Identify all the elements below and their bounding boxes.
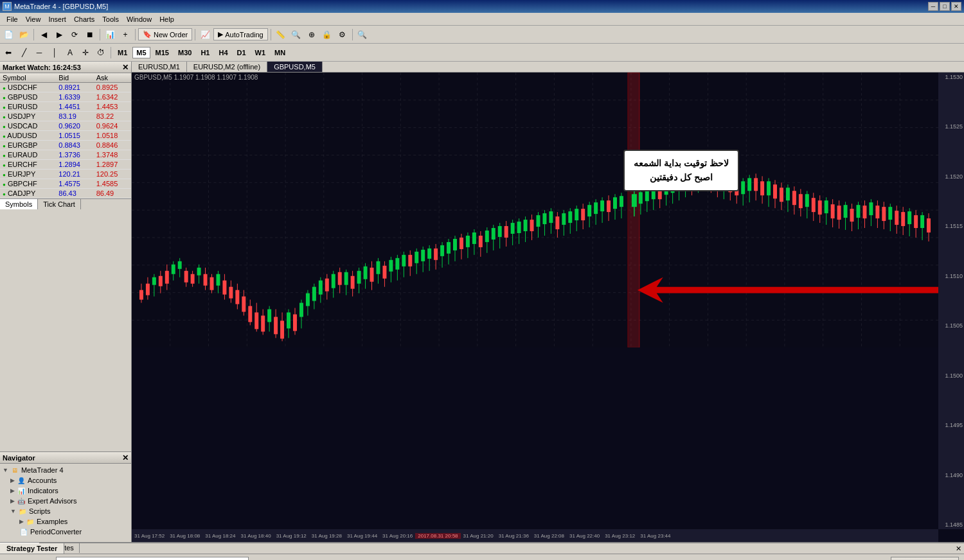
market-watch-row[interactable]: ● CADJPY 86.43 86.49 [0,189,131,198]
nav-metatrader4[interactable]: ▼ 🖥 MetaTrader 4 [1,465,130,475]
chart-btn[interactable]: 📊 [103,28,117,42]
text-tool-btn[interactable]: A [63,46,77,60]
menubar: File View Insert Charts Tools Window Hel… [0,13,964,26]
menu-insert[interactable]: Insert [44,14,70,24]
col-bid: Bid [56,73,93,83]
svg-rect-267 [895,211,898,225]
navigator-title: Navigator [3,454,35,462]
open-btn[interactable]: 📂 [17,28,31,42]
svg-rect-251 [844,205,848,218]
time-11: 31 Aug 22:08 [531,533,567,539]
close-button[interactable]: ✕ [951,2,961,11]
window-controls[interactable]: ─ □ ✕ [928,2,961,11]
period-m30[interactable]: M30 [174,47,195,58]
line-tool-btn[interactable]: ╱ [17,46,31,60]
line-btn[interactable]: 📈 [198,28,212,42]
market-watch-row[interactable]: ● EURJPY 120.21 120.25 [0,170,131,179]
time-12: 31 Aug 22:40 [567,533,602,539]
market-watch-row[interactable]: ● GBPUSD 1.6339 1.6342 [0,92,131,102]
svg-rect-275 [920,215,924,228]
nav-accounts[interactable]: ▶ 👤 Accounts [1,475,130,486]
market-watch-row[interactable]: ● AUDUSD 1.0515 1.0518 [0,131,131,141]
sep6 [352,29,353,40]
tools-btn2[interactable]: 🔍 [289,28,303,42]
strategy-tester-close[interactable]: ✕ [956,545,961,553]
refresh-btn[interactable]: ⟳ [67,28,82,42]
navigator-close[interactable]: ✕ [122,453,129,462]
ea-dropdown-container: 2 MA Crosses Mega filter EA V1.ex4 [56,557,249,560]
zoom-in-btn[interactable]: + [118,28,132,42]
autotrading-icon: ▶ [218,30,223,39]
period-m5[interactable]: M5 [132,47,150,58]
mw-symbol: ● EURJPY [0,170,56,179]
market-watch-row[interactable]: ● EURUSD 1.4451 1.4453 [0,102,131,112]
strategy-tester-tab[interactable]: Strategy Tester [0,543,64,554]
menu-tools[interactable]: Tools [98,14,123,24]
titlebar: M MetaTrader 4 - [GBPUSD,M5] ─ □ ✕ [0,0,964,13]
market-watch-row[interactable]: ● USDCAD 0.9620 0.9624 [0,121,131,131]
svg-rect-229 [773,184,777,198]
menu-view[interactable]: View [22,14,45,24]
period-w1[interactable]: W1 [251,47,270,58]
period-btn-icon[interactable]: ⏱ [94,46,108,60]
chart-tab-gbpusd-m5[interactable]: GBPUSD,M5 [267,62,323,72]
market-watch-row[interactable]: ● GBPCHF 1.4575 1.4585 [0,179,131,189]
fwd-btn[interactable]: ▶ [52,28,66,42]
mw-symbol: ● EURUSD [0,102,56,112]
tools-btn4[interactable]: 🔒 [320,28,334,42]
arrow-left-btn[interactable]: ⬅ [1,46,15,60]
market-watch-row[interactable]: ● USDCHF 0.8921 0.8925 [0,83,131,92]
tools-btn1[interactable]: 📏 [274,28,288,42]
period-h1[interactable]: H1 [197,47,213,58]
tab-symbols[interactable]: Symbols [0,198,38,209]
chart-tab-eurusd-m2[interactable]: EURUSD,M2 (offline) [187,62,267,72]
period-d1[interactable]: D1 [233,47,250,58]
market-watch-row[interactable]: ● EURGBP 0.8843 0.8846 [0,141,131,150]
back-btn[interactable]: ◀ [37,28,51,42]
search-icon[interactable]: 🔍 [355,28,370,42]
tools-btn3[interactable]: ⊕ [305,28,319,42]
nav-scripts[interactable]: ▼ 📁 Scripts [1,506,130,516]
chart-tab-eurusd-m1[interactable]: EURUSD,M1 [132,62,187,72]
nav-scripts-label: Scripts [29,507,51,515]
svg-rect-223 [754,178,758,191]
period-mn[interactable]: MN [271,47,289,58]
expert-properties-btn[interactable]: Expert properties [891,557,959,560]
svg-rect-102 [364,267,368,279]
period-m1[interactable]: M1 [114,47,131,58]
sep5 [271,29,271,40]
price-8: 1.1495 [940,422,963,428]
mw-symbol: ● GBPCHF [0,179,56,189]
menu-file[interactable]: File [3,14,22,24]
vline-tool-btn[interactable]: │ [48,46,62,60]
nav-indicators[interactable]: ▶ 📊 Indicators [1,486,130,496]
menu-window[interactable]: Window [123,14,156,24]
hline-tool-btn[interactable]: ─ [32,46,46,60]
maximize-button[interactable]: □ [940,2,950,11]
period-m15[interactable]: M15 [152,47,173,58]
market-watch-row[interactable]: ● EURCHF 1.2894 1.2897 [0,160,131,170]
period-h4[interactable]: H4 [215,47,231,58]
menu-charts[interactable]: Charts [70,14,98,24]
stop-btn[interactable]: ⏹ [83,28,97,42]
ea-dropdown[interactable]: 2 MA Crosses Mega filter EA V1.ex4 [56,557,249,560]
crosshair-btn[interactable]: ✛ [78,46,93,60]
tools-btn5[interactable]: ⚙ [335,28,350,42]
nav-period-converter[interactable]: 📄 PeriodConverter [1,527,130,537]
nav-period-converter-label: PeriodConverter [30,528,82,536]
new-btn[interactable]: 📄 [1,28,15,42]
nav-examples[interactable]: ▶ 📁 Examples [1,516,130,527]
mw-symbol: ● CADJPY [0,189,56,198]
menu-help[interactable]: Help [156,14,178,24]
svg-rect-130 [453,239,457,250]
nav-expert-advisors[interactable]: ▶ 🤖 Expert Advisors [1,496,130,506]
minimize-button[interactable]: ─ [928,2,938,11]
tab-tick-chart[interactable]: Tick Chart [38,199,81,209]
market-watch-row[interactable]: ● EURAUD 1.3736 1.3748 [0,150,131,160]
market-watch-row[interactable]: ● USDJPY 83.19 83.22 [0,112,131,121]
market-watch-close[interactable]: ✕ [122,63,129,72]
autotrading-btn[interactable]: ▶ AutoTrading [213,28,268,40]
mw-symbol: ● EURCHF [0,160,56,170]
new-order-btn[interactable]: 🔖 New Order [138,28,192,40]
svg-rect-221 [747,178,751,191]
